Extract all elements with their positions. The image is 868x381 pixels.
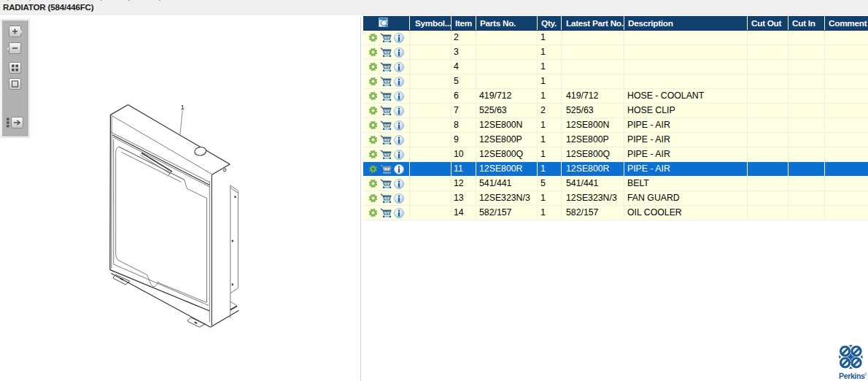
svg-text:Perkins: Perkins	[839, 372, 865, 380]
svg-text:®: ®	[864, 372, 867, 377]
svg-text:1: 1	[181, 103, 185, 111]
